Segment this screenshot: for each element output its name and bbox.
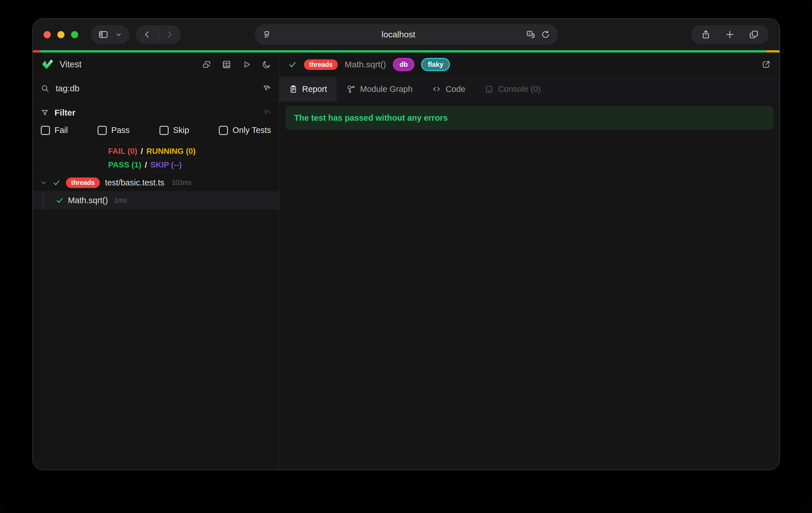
app-title: Vitest [60, 59, 82, 69]
new-tab-plus-icon[interactable] [725, 29, 735, 40]
back-icon[interactable] [143, 30, 152, 39]
close-window-button[interactable] [44, 31, 51, 38]
search-bar [33, 77, 279, 101]
tag-db: db [393, 58, 414, 71]
sidebar-toggle-icon[interactable] [98, 29, 109, 40]
clear-filter-disabled-icon[interactable] [262, 108, 271, 117]
tab-code[interactable]: Code [422, 77, 475, 101]
dark-mode-icon[interactable] [262, 60, 271, 69]
filter-option-only-tests[interactable]: Only Tests [219, 125, 271, 135]
traffic-lights [44, 31, 78, 38]
tab-console-label: Console (0) [498, 84, 541, 94]
sidebar-toggle-group [91, 25, 129, 44]
checkbox-only-tests-label: Only Tests [233, 125, 271, 135]
check-pass-icon [288, 60, 297, 69]
tab-code-label: Code [446, 84, 465, 94]
reader-icon[interactable] [262, 30, 271, 39]
minimize-window-button[interactable] [57, 31, 64, 38]
check-pass-icon [52, 178, 61, 187]
toolbar-actions-group [691, 25, 768, 44]
detail-panel: threads Math.sqrt() db flaky [279, 53, 780, 469]
code-icon [432, 84, 441, 93]
test-file-row[interactable]: threads test/basic.test.ts 103ms [33, 174, 279, 191]
module-graph-icon [346, 84, 355, 93]
test-case-name: Math.sqrt() [68, 196, 108, 205]
test-file-name: test/basic.test.ts [105, 178, 164, 188]
tab-module-graph-label: Module Graph [360, 84, 412, 94]
filter-options: Fail Pass Skip Only Tests [33, 118, 279, 142]
test-case-row-selected[interactable]: Math.sqrt() 1ms [33, 191, 279, 209]
test-progress-bar [33, 50, 780, 53]
filter-option-fail[interactable]: Fail [41, 125, 68, 135]
summary-pass-count: PASS (1) [108, 160, 141, 169]
filter-label: Filter [55, 108, 75, 118]
svg-text:A: A [528, 32, 531, 36]
search-icon [41, 84, 49, 93]
tab-console[interactable]: Console (0) [475, 77, 550, 101]
translate-icon[interactable]: A x [526, 30, 535, 39]
tab-report-label: Report [302, 84, 327, 94]
summary-separator: / [145, 160, 147, 169]
detail-test-name: Math.sqrt() [345, 60, 386, 69]
share-icon[interactable] [701, 29, 711, 40]
tabs-overview-icon[interactable] [749, 29, 759, 40]
report-clipboard-icon [289, 85, 297, 93]
svg-text:x: x [532, 34, 534, 37]
filter-option-skip[interactable]: Skip [160, 125, 189, 135]
dashboard-icon[interactable] [222, 60, 231, 69]
summary-skip-count: SKIP (--) [150, 160, 182, 169]
test-tree: threads test/basic.test.ts 103ms Math.sq… [33, 174, 279, 209]
checkbox-pass-label: Pass [111, 125, 129, 135]
pool-badge: threads [66, 177, 100, 188]
browser-window: A x [32, 18, 780, 470]
tab-report[interactable]: Report [279, 77, 337, 101]
clear-search-filter-icon[interactable] [262, 84, 271, 93]
summary-row-1: FAIL (0) / RUNNING (0) [33, 144, 279, 158]
url-input[interactable] [277, 29, 521, 40]
check-pass-icon [55, 196, 64, 205]
checkbox-only-tests[interactable] [219, 126, 228, 135]
filter-header: Filter [33, 101, 279, 118]
progress-pending-segment [766, 50, 780, 53]
checkbox-pass[interactable] [97, 126, 107, 135]
pool-badge: threads [304, 59, 338, 70]
test-file-duration: 103ms [172, 179, 192, 187]
checkbox-skip[interactable] [160, 126, 169, 135]
tree-indent-guide [43, 191, 44, 209]
summary-row-2: PASS (1) / SKIP (--) [33, 158, 279, 172]
address-bar[interactable]: A x [255, 24, 558, 45]
detail-tabs: Report Module Graph [279, 77, 780, 102]
zoom-window-button[interactable] [71, 31, 78, 38]
app-body: Vitest [33, 53, 780, 469]
progress-pass-segment [40, 50, 766, 53]
sidebar-header-actions [202, 60, 271, 69]
open-external-icon[interactable] [761, 60, 771, 69]
sidebar-header: Vitest [33, 53, 279, 77]
report-content: The test has passed without any errors [279, 102, 780, 469]
summary-fail-count: FAIL (0) [108, 147, 137, 156]
chevron-down-icon[interactable] [40, 179, 47, 186]
detail-header: threads Math.sqrt() db flaky [279, 53, 780, 77]
reload-icon[interactable] [541, 30, 550, 39]
vitest-logo-icon [41, 57, 54, 72]
test-case-duration: 1ms [114, 197, 126, 204]
checkbox-fail[interactable] [41, 126, 50, 135]
run-all-icon[interactable] [242, 60, 251, 69]
run-summary: FAIL (0) / RUNNING (0) PASS (1) / SKIP (… [33, 144, 279, 172]
forward-icon[interactable] [165, 30, 174, 39]
checkbox-skip-label: Skip [173, 125, 189, 135]
search-input[interactable] [55, 83, 257, 93]
success-banner: The test has passed without any errors [286, 106, 773, 130]
sidebar-chevron-down-icon[interactable] [115, 31, 122, 38]
tag-flaky: flaky [421, 58, 450, 71]
browser-titlebar: A x [33, 19, 780, 50]
summary-separator: / [141, 147, 143, 156]
history-nav-group [136, 25, 181, 44]
collapse-panels-icon[interactable] [202, 60, 211, 69]
tab-module-graph[interactable]: Module Graph [337, 77, 422, 101]
checkbox-fail-label: Fail [55, 125, 68, 135]
filter-option-pass[interactable]: Pass [97, 125, 129, 135]
summary-running-count: RUNNING (0) [146, 147, 196, 156]
filter-funnel-icon [41, 109, 49, 117]
progress-fail-segment [33, 50, 40, 53]
